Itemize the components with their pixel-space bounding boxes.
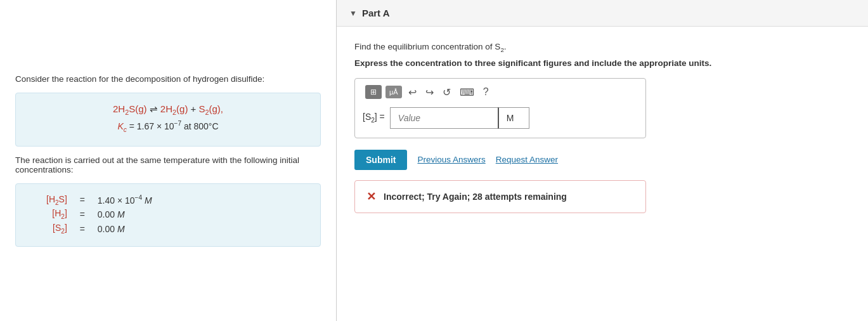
product-s2: S2(g), — [199, 103, 224, 114]
error-icon: ✕ — [366, 190, 376, 204]
find-text: Find the equilibrium concentration of S2… — [354, 42, 850, 53]
reactant: 2H2S(g) — [113, 103, 147, 114]
reaction-box: 2H2S(g) ⇌ 2H2(g) + S2(g), Kc = 1.67 × 10… — [15, 93, 321, 146]
conc-row-h2s: [H2S] = 1.40 × 10−4 M — [41, 193, 157, 207]
request-answer-button[interactable]: Request Answer — [496, 155, 558, 164]
unit-box: M — [498, 107, 529, 129]
error-text: Incorrect; Try Again; 28 attempts remain… — [384, 192, 567, 202]
concentrations-table: [H2S] = 1.40 × 10−4 M [H2] = 0.00 M [S2]… — [41, 193, 157, 236]
right-content: Find the equilibrium concentration of S2… — [337, 27, 868, 321]
conc-row-h2: [H2] = 0.00 M — [41, 207, 157, 221]
concentrations-box: [H2S] = 1.40 × 10−4 M [H2] = 0.00 M [S2]… — [15, 183, 321, 247]
following-text: The reaction is carried out at the same … — [15, 155, 321, 174]
right-panel: ▼ Part A Find the equilibrium concentrat… — [337, 0, 868, 321]
matrix-icon-button[interactable]: ⊞ — [365, 85, 382, 99]
product-h2: 2H2(g) — [160, 103, 188, 114]
part-header: ▼ Part A — [337, 0, 868, 27]
left-panel: Consider the reaction for the decomposit… — [0, 0, 336, 321]
matrix-icon: ⊞ — [370, 88, 377, 96]
keyboard-button[interactable]: ⌨ — [457, 85, 477, 100]
input-row: [S2] = M — [363, 107, 638, 129]
intro-text: Consider the reaction for the decomposit… — [15, 74, 321, 84]
submit-button[interactable]: Submit — [354, 150, 407, 170]
reset-button[interactable]: ↺ — [440, 85, 453, 100]
part-title: Part A — [362, 8, 390, 18]
chevron-down-icon: ▼ — [349, 9, 357, 18]
unit-icon: μÅ — [389, 88, 398, 96]
unit-icon-button[interactable]: μÅ — [385, 86, 402, 98]
answer-box: ⊞ μÅ ↩ ↪ ↺ ⌨ ? [S2] = M — [354, 78, 646, 138]
help-button[interactable]: ? — [481, 85, 491, 99]
previous-answers-button[interactable]: Previous Answers — [417, 155, 485, 164]
kc-line: Kc = 1.67 × 10−7 at 800°C — [29, 120, 308, 133]
value-input[interactable] — [390, 107, 498, 129]
undo-button[interactable]: ↩ — [406, 85, 419, 100]
math-toolbar: ⊞ μÅ ↩ ↪ ↺ ⌨ ? — [363, 85, 638, 100]
reaction-equation: 2H2S(g) ⇌ 2H2(g) + S2(g), — [29, 103, 308, 116]
s2-label: [S2] = — [363, 112, 385, 124]
redo-button[interactable]: ↪ — [423, 85, 436, 100]
express-text: Express the concentration to three signi… — [354, 58, 850, 68]
error-box: ✕ Incorrect; Try Again; 28 attempts rema… — [354, 180, 646, 213]
actions-row: Submit Previous Answers Request Answer — [354, 150, 850, 170]
conc-row-s2: [S2] = 0.00 M — [41, 221, 157, 236]
